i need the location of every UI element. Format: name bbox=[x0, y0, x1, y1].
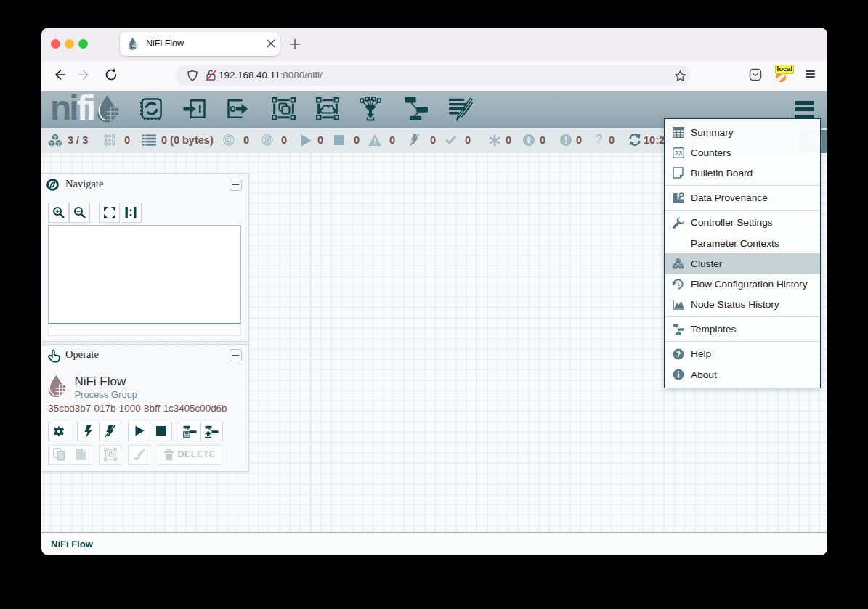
svg-text:?: ? bbox=[676, 350, 680, 359]
svg-text:23: 23 bbox=[674, 150, 681, 157]
